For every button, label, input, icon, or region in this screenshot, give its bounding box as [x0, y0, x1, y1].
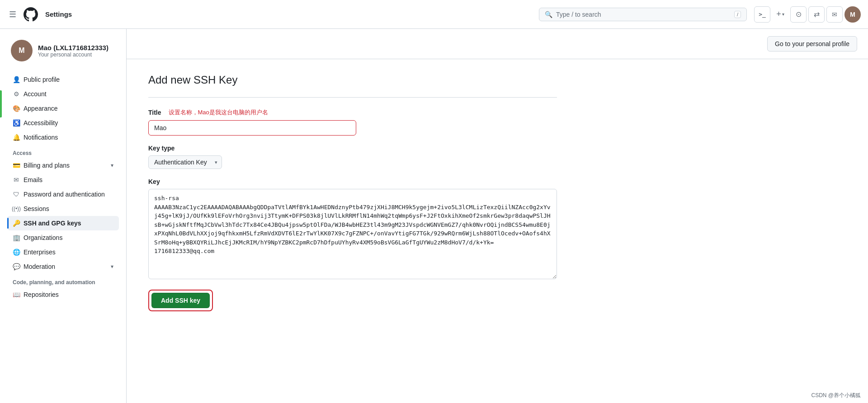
- chevron-down-icon: ▾: [111, 162, 113, 169]
- shield-icon: 🛡: [13, 191, 20, 198]
- chevron-down-icon: ▾: [111, 263, 113, 270]
- chevron-down-icon: ▾: [782, 12, 784, 17]
- mail-icon: ✉: [13, 176, 20, 183]
- settings-sidebar: M Mao (LXL1716812333) Your personal acco…: [0, 29, 127, 403]
- sidebar-username: Mao (LXL1716812333): [38, 44, 108, 52]
- access-section-label: Access: [7, 145, 119, 158]
- sidebar-item-sessions[interactable]: ((•)) Sessions: [7, 202, 119, 216]
- sidebar-item-public-profile[interactable]: 👤 Public profile: [7, 72, 119, 87]
- sidebar-item-billing[interactable]: 💳 Billing and plans ▾: [7, 158, 119, 173]
- page-title-nav: Settings: [45, 10, 72, 18]
- paintbrush-icon: 🎨: [13, 105, 20, 112]
- go-to-personal-profile-button[interactable]: Go to your personal profile: [767, 36, 857, 52]
- sidebar-item-label: Emails: [24, 176, 42, 183]
- title-hint: 设置名称，Mao是我这台电脑的用户名: [169, 108, 268, 117]
- form-page-title: Add new SSH Key: [148, 74, 557, 86]
- terminal-button[interactable]: >_: [754, 6, 770, 23]
- key-type-select[interactable]: Authentication Key Signing Key: [148, 155, 222, 169]
- sidebar-item-label: Sessions: [24, 205, 49, 212]
- inbox-button[interactable]: ✉: [826, 6, 843, 23]
- key-label: Key: [148, 178, 557, 185]
- sidebar-user-details: Mao (LXL1716812333) Your personal accoun…: [38, 44, 108, 58]
- terminal-icon: >_: [759, 11, 766, 18]
- sidebar-item-account[interactable]: ⚙ Account: [7, 87, 119, 101]
- nav-actions: >_ + ▾ ⊙ ⇄ ✉ M: [754, 6, 861, 23]
- comment-icon: 💬: [13, 263, 20, 270]
- sidebar-item-moderation[interactable]: 💬 Moderation ▾: [7, 259, 119, 274]
- github-logo[interactable]: [24, 7, 38, 22]
- sidebar-item-organizations[interactable]: 🏢 Organizations: [7, 230, 119, 245]
- sidebar-item-repositories[interactable]: 📖 Repositories: [7, 287, 119, 302]
- search-placeholder-text: Type / to search: [556, 11, 731, 18]
- title-input[interactable]: [148, 120, 356, 136]
- sidebar-item-emails[interactable]: ✉ Emails: [7, 173, 119, 187]
- sidebar-item-notifications[interactable]: 🔔 Notifications: [7, 130, 119, 145]
- person-icon: 👤: [13, 76, 20, 83]
- building-icon: 🏢: [13, 234, 20, 241]
- sidebar-item-label: Password and authentication: [24, 191, 105, 198]
- sidebar-item-label: Accessibility: [24, 119, 58, 127]
- search-icon: 🔍: [545, 11, 552, 18]
- accent-bar: [0, 90, 2, 117]
- add-ssh-btn-container: Add SSH key: [148, 290, 213, 311]
- key-icon: 🔑: [13, 220, 20, 227]
- book-icon: 📖: [13, 291, 20, 298]
- sidebar-item-label: Organizations: [24, 234, 62, 241]
- plus-icon: +: [776, 9, 781, 19]
- sidebar-item-appearance[interactable]: 🎨 Appearance: [7, 101, 119, 116]
- sidebar-item-label: Repositories: [24, 291, 59, 298]
- key-textarea[interactable]: ssh-rsa AAAAB3NzaC1yc2EAAAADAQABAAAbgQDD…: [148, 189, 557, 279]
- key-type-form-group: Key type Authentication Key Signing Key …: [148, 145, 557, 169]
- sidebar-item-label: Billing and plans: [24, 162, 70, 169]
- top-right-profile-section: Go to your personal profile: [127, 29, 868, 59]
- watermark-text: CSDN @养个小橘狐: [811, 392, 861, 399]
- github-logo-icon: [24, 7, 38, 22]
- main-content: Add new SSH Key Title 设置名称，Mao是我这台电脑的用户名…: [127, 59, 579, 403]
- section-divider: [148, 97, 557, 98]
- sidebar-subtitle: Your personal account: [38, 52, 108, 58]
- sidebar-item-enterprises[interactable]: 🌐 Enterprises: [7, 245, 119, 259]
- accessibility-icon: ♿: [13, 119, 20, 127]
- title-label: Title: [148, 109, 161, 116]
- hamburger-menu-button[interactable]: ☰: [7, 8, 18, 21]
- new-item-button[interactable]: + ▾: [772, 6, 788, 23]
- title-label-row: Title 设置名称，Mao是我这台电脑的用户名: [148, 108, 557, 117]
- inbox-icon: ✉: [832, 11, 837, 18]
- globe-icon: 🌐: [13, 248, 20, 256]
- sidebar-item-label: SSH and GPG keys: [24, 220, 81, 227]
- key-type-select-wrapper: Authentication Key Signing Key ▾: [148, 155, 222, 169]
- sidebar-item-label: Notifications: [24, 134, 58, 141]
- search-kbd-shortcut: /: [734, 11, 741, 18]
- gear-icon: ⚙: [13, 90, 20, 98]
- sidebar-item-label: Moderation: [24, 263, 55, 270]
- add-ssh-key-button[interactable]: Add SSH key: [151, 293, 210, 308]
- user-avatar-nav[interactable]: M: [844, 6, 861, 23]
- credit-card-icon: 💳: [13, 162, 20, 169]
- issues-button[interactable]: ⊙: [790, 6, 807, 23]
- sidebar-user-info: M Mao (LXL1716812333) Your personal acco…: [7, 40, 119, 61]
- avatar-letter: M: [850, 11, 855, 18]
- content-area: Go to your personal profile Add new SSH …: [127, 29, 868, 403]
- sidebar-item-password-auth[interactable]: 🛡 Password and authentication: [7, 187, 119, 202]
- sidebar-item-label: Account: [24, 90, 47, 98]
- title-form-group: Title 设置名称，Mao是我这台电脑的用户名: [148, 108, 557, 136]
- top-navigation: ☰ Settings 🔍 Type / to search / >_ + ▾ ⊙…: [0, 0, 868, 29]
- issues-icon: ⊙: [796, 10, 802, 19]
- sidebar-item-accessibility[interactable]: ♿ Accessibility: [7, 116, 119, 130]
- sidebar-item-label: Public profile: [24, 76, 60, 83]
- code-section-label: Code, planning, and automation: [7, 274, 119, 287]
- sidebar-item-ssh-gpg[interactable]: 🔑 SSH and GPG keys: [7, 216, 119, 230]
- sidebar-item-label: Appearance: [24, 105, 58, 112]
- bell-icon: 🔔: [13, 134, 20, 141]
- sidebar-item-label: Enterprises: [24, 248, 56, 256]
- pullrequest-icon: ⇄: [814, 10, 820, 19]
- key-form-group: Key ssh-rsa AAAAB3NzaC1yc2EAAAADAQABAAAb…: [148, 178, 557, 281]
- pullrequest-button[interactable]: ⇄: [808, 6, 825, 23]
- search-bar[interactable]: 🔍 Type / to search /: [539, 8, 747, 21]
- key-type-label: Key type: [148, 145, 557, 152]
- sidebar-user-avatar: M: [11, 40, 33, 61]
- wifi-icon: ((•)): [13, 205, 20, 212]
